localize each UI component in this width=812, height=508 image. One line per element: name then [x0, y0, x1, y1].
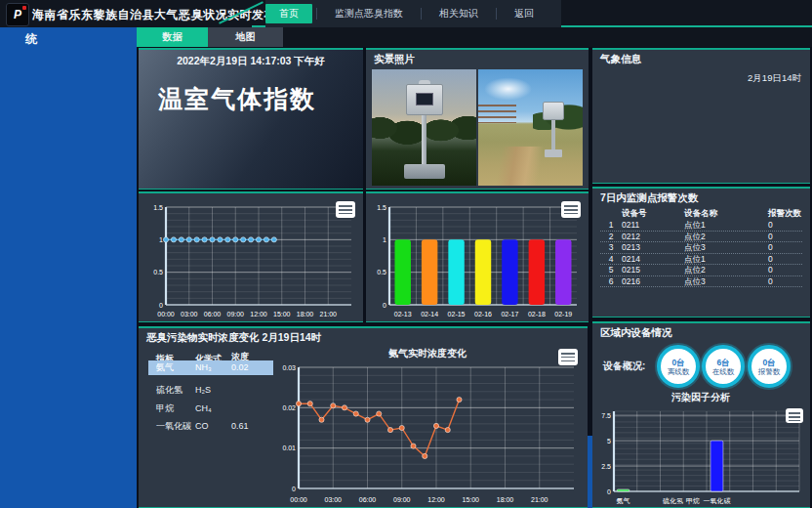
- svg-text:21:00: 21:00: [319, 311, 337, 318]
- online-count-badge: 6台在线数: [702, 345, 745, 388]
- realtime-panel-title: 恶臭污染物实时浓度变化 2月19日14时: [139, 328, 588, 347]
- svg-text:1.5: 1.5: [377, 204, 386, 211]
- offline-count-badge: 0台离线数: [657, 345, 700, 388]
- svg-text:12:00: 12:00: [427, 496, 445, 503]
- svg-text:06:00: 06:00: [204, 311, 222, 318]
- device-pole: [422, 115, 426, 164]
- svg-text:03:00: 03:00: [324, 496, 342, 503]
- app-logo-icon: P: [6, 3, 29, 26]
- pollutant-row-h2s[interactable]: 硫化氢H₂S: [148, 383, 273, 398]
- svg-text:0.03: 0.03: [282, 364, 296, 371]
- tab-data[interactable]: 数据: [137, 27, 208, 47]
- svg-text:甲烷: 甲烷: [686, 497, 700, 505]
- chart-menu-icon[interactable]: [336, 201, 355, 218]
- device-overview-label: 设备概况:: [603, 360, 645, 373]
- site-photo-dusk: [372, 69, 476, 186]
- svg-text:2.5: 2.5: [601, 463, 611, 470]
- chart-menu-icon[interactable]: [561, 201, 581, 218]
- weather-panel-title: 气象信息: [592, 50, 810, 68]
- photos-panel-title: 实景照片: [366, 50, 589, 68]
- pollution-factor-title: 污染因子分析: [596, 391, 805, 404]
- device-pole: [551, 120, 555, 149]
- svg-text:1.5: 1.5: [153, 204, 163, 211]
- left-blue-background: [0, 27, 137, 508]
- svg-text:02-15: 02-15: [448, 311, 466, 318]
- svg-text:00:00: 00:00: [290, 496, 307, 503]
- svg-text:18:00: 18:00: [497, 496, 514, 503]
- pollutant-row-ammonia[interactable]: 氨气NH₃0.02: [148, 360, 273, 375]
- device-status-panel: 区域内设备情况 设备概况: 0台离线数 6台在线数 0台报警数 污染因子分析 0…: [592, 321, 810, 508]
- svg-text:5: 5: [607, 438, 611, 444]
- nav-knowledge[interactable]: 相关知识: [426, 4, 492, 23]
- dashboard-root: P 海南省乐东黎族自治县大气恶臭状况实时发布系 首页 监测点恶臭指数 相关知识 …: [0, 0, 812, 508]
- device-panel-title: 区域内设备情况: [592, 323, 810, 342]
- svg-text:1: 1: [383, 236, 386, 243]
- svg-text:02-17: 02-17: [501, 311, 518, 318]
- tab-bar: 数据 地图: [137, 27, 812, 47]
- nav-back[interactable]: 返回: [501, 4, 548, 23]
- table-row: 10211 点位10: [600, 220, 802, 232]
- svg-text:09:00: 09:00: [226, 311, 244, 318]
- svg-text:0.5: 0.5: [377, 269, 386, 275]
- main-nav: 首页 监测点恶臭指数 相关知识 返回: [265, 0, 561, 27]
- table-row: 20212 点位20: [600, 232, 802, 243]
- svg-text:0: 0: [383, 302, 386, 309]
- nav-separator: [421, 8, 422, 20]
- photo-cloud: [482, 76, 540, 102]
- svg-text:1: 1: [159, 236, 163, 243]
- tab-map[interactable]: 地图: [208, 27, 283, 47]
- chart-menu-icon[interactable]: [558, 349, 578, 365]
- alarm-table: 设备号 设备名称 报警次数 10211 点位10 20212 点位20 3021…: [600, 207, 802, 287]
- realtime-concentration-panel: 恶臭污染物实时浓度变化 2月19日14时 指标 化学式 浓度mg/m3 氨气NH…: [139, 326, 588, 508]
- nav-odor-index[interactable]: 监测点恶臭指数: [321, 4, 417, 23]
- svg-text:12:00: 12:00: [250, 311, 267, 318]
- table-row: 60216 点位30: [600, 276, 802, 288]
- svg-text:0: 0: [292, 486, 296, 492]
- pollutant-row-co[interactable]: 一氧化碳CO0.61: [148, 419, 273, 434]
- svg-text:09:00: 09:00: [393, 496, 411, 503]
- svg-text:15:00: 15:00: [273, 311, 291, 318]
- ammonia-chart-title: 氨气实时浓度变化: [271, 347, 584, 360]
- svg-text:氨气: 氨气: [617, 497, 630, 504]
- header: P 海南省乐东黎族自治县大气恶臭状况实时发布系 首页 监测点恶臭指数 相关知识 …: [0, 0, 812, 27]
- svg-text:0.5: 0.5: [153, 269, 163, 275]
- monitoring-device: [537, 102, 570, 157]
- daily-index-bar-chart[interactable]: 00.511.502-1302-1402-1502-1602-1702-1802…: [370, 197, 585, 320]
- svg-text:06:00: 06:00: [359, 496, 377, 503]
- photos-panel: 实景照片: [366, 48, 589, 190]
- nav-separator: [496, 8, 497, 20]
- svg-text:15:00: 15:00: [462, 496, 479, 503]
- page-title: 温室气体指数: [158, 83, 316, 115]
- greeting-panel: 2022年2月19日 14:17:03 下午好 温室气体指数: [139, 48, 363, 190]
- nav-home[interactable]: 首页: [265, 4, 312, 23]
- device-base: [404, 164, 445, 179]
- svg-text:02-16: 02-16: [474, 311, 492, 318]
- nav-separator: [316, 8, 317, 20]
- device-screen: [416, 93, 433, 106]
- current-datetime: 2022年2月19日 14:17:03 下午好: [139, 55, 363, 68]
- status-chart-panel: 00.511.500:0003:0006:0009:0012:0015:0018…: [139, 191, 363, 322]
- svg-text:21:00: 21:00: [531, 496, 548, 503]
- svg-text:0.01: 0.01: [282, 444, 296, 451]
- svg-text:0.02: 0.02: [282, 404, 296, 411]
- photo-fence: [478, 105, 516, 123]
- svg-text:02-14: 02-14: [421, 311, 438, 318]
- device-base: [545, 149, 562, 157]
- table-row: 30213 点位30: [600, 242, 802, 254]
- svg-text:硫化氢: 硫化氢: [662, 497, 683, 505]
- weather-time: 2月19日14时: [748, 72, 801, 85]
- site-photo-field: [478, 69, 583, 186]
- svg-text:03:00: 03:00: [181, 311, 198, 318]
- chart-menu-icon[interactable]: [786, 408, 803, 423]
- table-row: 40214 点位10: [600, 254, 802, 266]
- device-box: [543, 102, 564, 120]
- svg-text:18:00: 18:00: [297, 311, 314, 318]
- table-row: 50215 点位20: [600, 265, 802, 276]
- pollutant-row-ch4[interactable]: 甲烷CH₄: [148, 402, 273, 416]
- daily-index-chart-panel: 00.511.502-1302-1402-1502-1602-1702-1802…: [366, 191, 589, 322]
- monitoring-device: [395, 80, 454, 179]
- status-line-chart[interactable]: 00.511.500:0003:0006:0009:0012:0015:0018…: [142, 197, 359, 320]
- ammonia-line-chart[interactable]: 00.010.020.0300:0003:0006:0009:0012:0015…: [271, 361, 584, 506]
- pollution-factor-bar-chart[interactable]: 02.557.5氨气硫化氢甲烷一氧化碳: [596, 405, 805, 507]
- alarm-panel-title: 7日内监测点报警次数: [592, 189, 810, 207]
